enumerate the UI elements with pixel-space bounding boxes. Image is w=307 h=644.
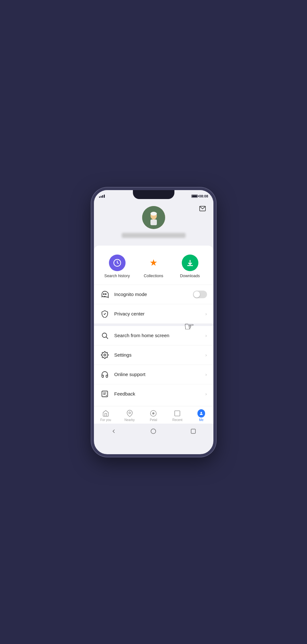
- support-chevron: ›: [205, 372, 207, 377]
- search-home-chevron: ›: [205, 333, 207, 338]
- nav-item-recent[interactable]: Recent: [165, 409, 189, 422]
- nearby-label: Nearby: [125, 418, 135, 422]
- menu-item-settings[interactable]: Settings ›: [94, 345, 213, 365]
- status-right: 08:08: [191, 194, 208, 198]
- signal-indicator: [99, 195, 105, 198]
- downloads-label: Downloads: [180, 274, 200, 278]
- svg-point-20: [201, 412, 202, 413]
- privacy-label: Privacy center: [114, 311, 205, 316]
- shortcut-search-history[interactable]: Search history: [99, 255, 135, 278]
- star-icon: ★: [150, 257, 157, 268]
- signal-bar-2: [101, 196, 102, 198]
- mail-button[interactable]: [197, 203, 208, 214]
- menu-group-1: Incognito mode Privacy center ›: [94, 285, 213, 323]
- feedback-chevron: ›: [205, 391, 207, 396]
- me-icon: [197, 410, 205, 417]
- svg-rect-19: [175, 411, 180, 416]
- downloads-icon-bg: [182, 255, 198, 271]
- search-icon: [100, 331, 109, 340]
- recent-label: Recent: [172, 418, 182, 422]
- feedback-label: Feedback: [114, 391, 205, 396]
- time-display: 08:08: [199, 194, 208, 198]
- screen-content: Search history ★ Collections: [94, 190, 213, 454]
- recents-button[interactable]: [188, 426, 198, 436]
- home-button[interactable]: [148, 426, 158, 436]
- svg-point-7: [103, 293, 104, 294]
- menu-group-divider: [94, 323, 213, 326]
- signal-bar-1: [99, 196, 100, 198]
- feedback-icon: [100, 389, 109, 398]
- battery-icon: [191, 195, 198, 198]
- svg-point-4: [150, 212, 157, 216]
- avatar-image: [142, 206, 165, 229]
- signal-bar-4: [104, 195, 105, 198]
- me-label: Me: [199, 418, 203, 422]
- shield-icon: [100, 309, 109, 318]
- svg-point-9: [102, 333, 107, 337]
- svg-rect-22: [191, 429, 195, 433]
- phone-frame: 08:08: [91, 188, 216, 457]
- main-card: Search history ★ Collections: [94, 246, 213, 406]
- petal-icon: [150, 410, 157, 417]
- settings-label: Settings: [114, 352, 205, 358]
- support-label: Online support: [114, 372, 205, 377]
- svg-point-8: [105, 293, 106, 294]
- status-bar: 08:08: [94, 190, 213, 200]
- search-history-label: Search history: [104, 274, 130, 278]
- search-history-icon-bg: [109, 255, 126, 271]
- svg-rect-12: [102, 391, 108, 397]
- home-icon: [102, 410, 110, 417]
- shortcut-collections[interactable]: ★ Collections: [135, 255, 172, 278]
- svg-line-10: [106, 337, 108, 339]
- shortcut-downloads[interactable]: Downloads: [172, 255, 208, 278]
- incognito-label: Incognito mode: [114, 292, 193, 297]
- privacy-chevron: ›: [205, 311, 207, 316]
- ghost-icon: [100, 290, 109, 299]
- menu-item-privacy[interactable]: Privacy center ›: [94, 304, 213, 323]
- search-home-label: Search from home screen: [114, 333, 205, 338]
- back-button[interactable]: [109, 426, 119, 436]
- menu-item-search-home[interactable]: Search from home screen ›: [94, 326, 213, 345]
- incognito-toggle[interactable]: [193, 291, 207, 298]
- collections-label: Collections: [144, 274, 163, 278]
- location-icon: [126, 410, 134, 417]
- svg-point-21: [151, 429, 156, 433]
- for-you-label: For you: [100, 418, 111, 422]
- headset-icon: [100, 370, 109, 379]
- recent-icon: [173, 410, 181, 417]
- collections-icon-bg: ★: [145, 255, 162, 271]
- toggle-thumb: [194, 291, 200, 298]
- svg-point-16: [129, 412, 131, 414]
- shortcuts-row: Search history ★ Collections: [94, 246, 213, 285]
- svg-point-11: [104, 354, 106, 356]
- bottom-nav: For you Nearby: [94, 406, 213, 424]
- gear-icon: [100, 351, 109, 359]
- svg-rect-3: [150, 219, 157, 225]
- menu-group-2: Search from home screen › Settings ›: [94, 326, 213, 403]
- menu-item-feedback[interactable]: Feedback ›: [94, 384, 213, 403]
- nav-item-nearby[interactable]: Nearby: [118, 409, 142, 422]
- avatar[interactable]: [142, 206, 165, 229]
- settings-chevron: ›: [205, 352, 207, 358]
- menu-item-support[interactable]: Online support ›: [94, 365, 213, 384]
- menu-item-incognito[interactable]: Incognito mode: [94, 285, 213, 304]
- svg-point-18: [153, 412, 155, 414]
- petal-label: Petal: [150, 418, 157, 422]
- nav-item-for-you[interactable]: For you: [94, 409, 118, 422]
- battery-fill: [192, 195, 197, 197]
- nav-item-petal[interactable]: Petal: [142, 409, 165, 422]
- username-display: [122, 233, 186, 238]
- nav-item-me[interactable]: Me: [189, 409, 213, 422]
- signal-bar-3: [102, 195, 103, 198]
- system-nav: [94, 424, 213, 440]
- me-avatar: [197, 409, 205, 418]
